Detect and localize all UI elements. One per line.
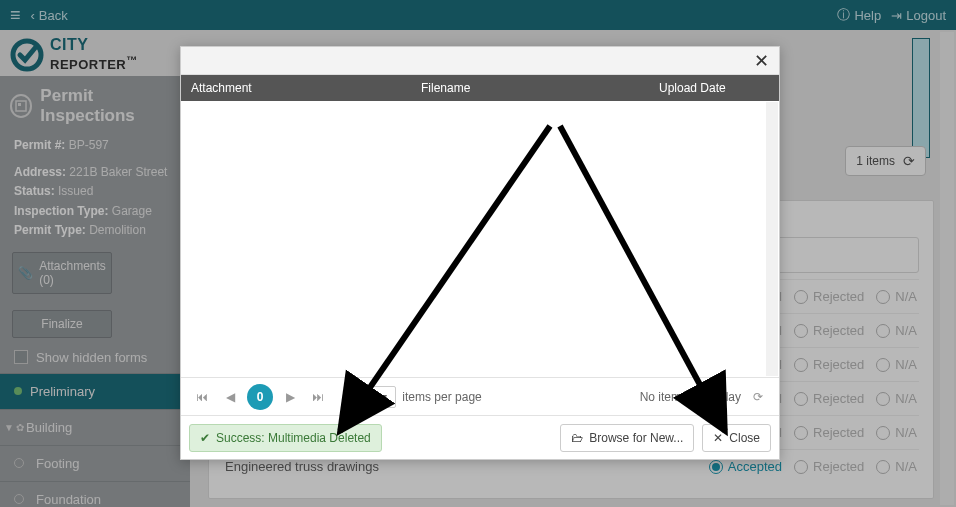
brand-reporter: REPORTER <box>50 57 126 72</box>
opt-accepted[interactable]: Accepted <box>709 459 782 474</box>
opt-rejected[interactable]: Rejected <box>794 357 864 372</box>
table-body <box>181 101 779 377</box>
show-hidden-row[interactable]: Show hidden forms <box>0 342 190 373</box>
status-label: Status: <box>14 184 55 198</box>
opt-na[interactable]: N/A <box>876 289 917 304</box>
nav-preliminary-label: Preliminary <box>30 384 95 399</box>
help-button[interactable]: ⓘ Help <box>837 6 881 24</box>
nav-foundation[interactable]: Foundation <box>0 481 190 507</box>
modal-close-icon[interactable]: ✕ <box>754 50 769 72</box>
permit-type-value: Demolition <box>89 223 146 237</box>
brand-city: CITY <box>50 36 88 53</box>
permit-label: Permit #: <box>14 138 65 152</box>
finalize-button[interactable]: Finalize <box>12 310 112 338</box>
browse-label: Browse for New... <box>589 431 683 445</box>
help-label: Help <box>854 8 881 23</box>
show-hidden-label: Show hidden forms <box>36 350 147 365</box>
address-label: Address: <box>14 165 66 179</box>
table-header: Attachment Filename Upload Date <box>181 75 779 101</box>
insp-type-value: Garage <box>112 204 152 218</box>
attachments-button[interactable]: 📎 Attachments (0) <box>12 252 112 294</box>
attachments-modal: ✕ Attachment Filename Upload Date ⏮ ◀ 0 … <box>180 46 780 460</box>
ring-icon <box>14 458 24 468</box>
close-label: Close <box>729 431 760 445</box>
status-dot-icon <box>14 387 22 395</box>
pager-first-icon[interactable]: ⏮ <box>191 386 213 408</box>
opt-na[interactable]: N/A <box>876 459 917 474</box>
modal-footer: ✔ Success: Multimedia Deleted 🗁 Browse f… <box>181 415 779 459</box>
page-size-value: 10 <box>358 390 371 404</box>
reload-icon[interactable]: ⟳ <box>903 153 915 169</box>
section-title-text: Permit Inspections <box>40 86 180 126</box>
page-size-select[interactable]: 10 ▾ <box>349 386 396 408</box>
show-hidden-checkbox[interactable] <box>14 350 28 364</box>
section-title: Permit Inspections <box>0 76 190 134</box>
refresh-icon[interactable]: ⟳ <box>747 386 769 408</box>
brand-tm: ™ <box>126 53 137 65</box>
pager-last-icon[interactable]: ⏭ <box>307 386 329 408</box>
menu-icon[interactable]: ≡ <box>10 5 21 26</box>
logo-icon <box>10 38 44 72</box>
table-scrollbar[interactable] <box>766 102 778 376</box>
check-icon: ✔ <box>200 431 210 445</box>
logo: CITY REPORTER™ <box>0 30 190 76</box>
chevron-down-icon: ▾ <box>381 390 387 404</box>
opt-na[interactable]: N/A <box>876 357 917 372</box>
pager-current[interactable]: 0 <box>247 384 273 410</box>
opt-rejected[interactable]: Rejected <box>794 289 864 304</box>
help-icon: ⓘ <box>837 6 850 24</box>
ring-icon <box>14 494 24 504</box>
nav-footing-label: Footing <box>36 456 79 471</box>
pager: ⏮ ◀ 0 ▶ ⏭ 10 ▾ items per page No items t… <box>181 377 779 415</box>
pager-next-icon[interactable]: ▶ <box>279 386 301 408</box>
opt-rejected[interactable]: Rejected <box>794 323 864 338</box>
attachments-label: Attachments (0) <box>39 259 106 287</box>
logout-button[interactable]: ⇥ Logout <box>891 8 946 23</box>
topbar: ≡ ‹ Back ⓘ Help ⇥ Logout <box>0 0 956 30</box>
nav-preliminary[interactable]: Preliminary <box>0 373 190 409</box>
items-count-text: 1 items <box>856 154 895 168</box>
browse-button[interactable]: 🗁 Browse for New... <box>560 424 694 452</box>
col-attachment[interactable]: Attachment <box>181 75 411 101</box>
no-items-label: No items to display <box>640 390 741 404</box>
attachment-icon: 📎 <box>18 266 33 280</box>
items-count-pill: 1 items ⟳ <box>845 146 926 176</box>
close-icon: ✕ <box>713 431 723 445</box>
permit-type-label: Permit Type: <box>14 223 86 237</box>
opt-na[interactable]: N/A <box>876 425 917 440</box>
permit-value: BP-597 <box>69 138 109 152</box>
row-label: Engineered truss drawings <box>225 459 695 474</box>
opt-rejected[interactable]: Rejected <box>794 391 864 406</box>
opt-rejected[interactable]: Rejected <box>794 459 864 474</box>
finalize-label: Finalize <box>41 317 82 331</box>
page-scrollbar[interactable] <box>940 32 954 505</box>
opt-na[interactable]: N/A <box>876 391 917 406</box>
section-icon <box>10 94 32 118</box>
address-value: 221B Baker Street <box>69 165 167 179</box>
pager-prev-icon[interactable]: ◀ <box>219 386 241 408</box>
nav-building-label: Building <box>26 420 72 435</box>
success-toast: ✔ Success: Multimedia Deleted <box>189 424 382 452</box>
sidebar: CITY REPORTER™ Permit Inspections Permit… <box>0 30 190 507</box>
nav-footing[interactable]: Footing <box>0 445 190 481</box>
caret-down-icon: ▼ <box>4 422 14 433</box>
close-button[interactable]: ✕ Close <box>702 424 771 452</box>
nav-foundation-label: Foundation <box>36 492 101 507</box>
col-filename[interactable]: Filename <box>411 75 649 101</box>
permit-info: Permit #: BP-597 Address: 221B Baker Str… <box>0 134 190 248</box>
success-text: Success: Multimedia Deleted <box>216 431 371 445</box>
col-upload-date[interactable]: Upload Date <box>649 75 779 101</box>
nav-building[interactable]: ▼ ✿ Building <box>0 409 190 445</box>
opt-na[interactable]: N/A <box>876 323 917 338</box>
svg-rect-2 <box>18 103 21 106</box>
logout-label: Logout <box>906 8 946 23</box>
items-per-page-label: items per page <box>402 390 481 404</box>
insp-type-label: Inspection Type: <box>14 204 108 218</box>
logout-icon: ⇥ <box>891 8 902 23</box>
opt-rejected[interactable]: Rejected <box>794 425 864 440</box>
status-value: Issued <box>58 184 93 198</box>
back-label: Back <box>39 8 68 23</box>
gear-icon: ✿ <box>16 422 24 433</box>
back-button[interactable]: ‹ Back <box>31 8 68 23</box>
folder-icon: 🗁 <box>571 431 583 445</box>
